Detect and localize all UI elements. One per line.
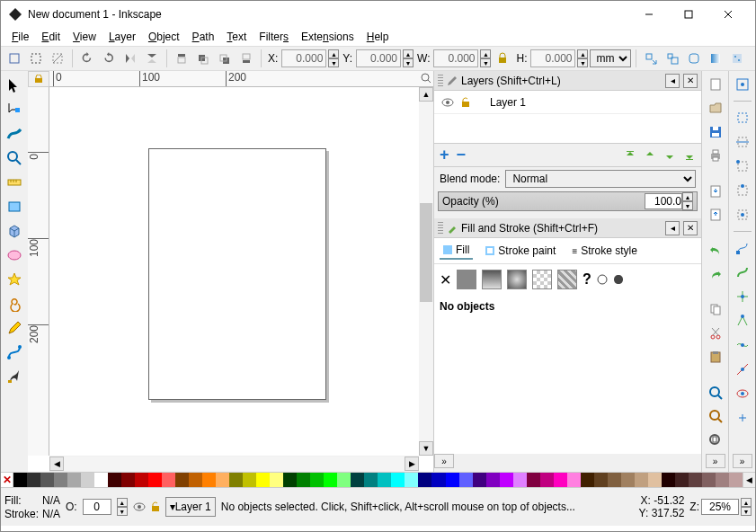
palette-swatch[interactable] xyxy=(94,473,108,487)
fillstroke-panel-header[interactable]: Fill and Stroke (Shift+Ctrl+F) ◂ ✕ xyxy=(434,218,701,238)
palette-swatch[interactable] xyxy=(662,473,675,487)
menu-extensions[interactable]: Extensions xyxy=(296,30,360,44)
lock-aspect-icon[interactable] xyxy=(493,49,512,68)
palette-swatch[interactable] xyxy=(256,473,270,487)
layer-bottom-icon[interactable] xyxy=(683,149,696,162)
vertical-scrollbar[interactable]: ▲ ▼ xyxy=(419,87,433,456)
scroll-right-icon[interactable]: ▶ xyxy=(405,457,419,471)
select-all-layers-icon[interactable] xyxy=(4,49,24,68)
palette-swatch[interactable] xyxy=(310,473,324,487)
x-down[interactable]: ▼ xyxy=(328,58,339,67)
print-doc-icon[interactable] xyxy=(706,146,725,166)
palette-swatch[interactable] xyxy=(135,473,148,487)
palette-swatch[interactable] xyxy=(378,473,391,487)
snap-intersection-icon[interactable] xyxy=(733,287,752,306)
palette-swatch[interactable] xyxy=(675,473,689,487)
snap-bbox-center-icon[interactable] xyxy=(733,205,752,225)
palette-swatch[interactable] xyxy=(635,473,648,487)
add-layer-button[interactable]: + xyxy=(440,146,449,164)
scroll-up-icon[interactable]: ▲ xyxy=(419,87,433,102)
palette-swatch[interactable] xyxy=(81,473,94,487)
pencil-tool-icon[interactable] xyxy=(4,317,25,339)
scroll-left-icon[interactable]: ◀ xyxy=(49,457,64,471)
w-up[interactable]: ▲ xyxy=(480,49,491,58)
palette-swatch[interactable] xyxy=(486,473,500,487)
rectangle-tool-icon[interactable] xyxy=(4,196,25,217)
node-tool-icon[interactable] xyxy=(4,99,25,120)
status-fill-value[interactable]: N/A xyxy=(42,494,60,507)
h-input[interactable] xyxy=(530,49,575,67)
copy-icon[interactable] xyxy=(706,300,725,320)
palette-swatch[interactable] xyxy=(216,473,229,487)
snap-bbox-midpoint-icon[interactable] xyxy=(733,181,752,200)
status-opacity-input[interactable] xyxy=(83,499,111,515)
w-down[interactable]: ▼ xyxy=(480,58,491,67)
palette-swatch[interactable] xyxy=(554,473,567,487)
palette-swatch[interactable] xyxy=(702,473,716,487)
snap-path-icon[interactable] xyxy=(733,262,752,282)
snap-overflow-icon[interactable]: » xyxy=(733,454,752,468)
redo-icon[interactable] xyxy=(706,264,725,284)
tweak-tool-icon[interactable] xyxy=(4,123,25,145)
select-all-icon[interactable] xyxy=(26,49,46,68)
horizontal-scrollbar[interactable]: ◀ ▶ xyxy=(49,456,419,472)
h-down[interactable]: ▼ xyxy=(577,58,588,67)
palette-swatch[interactable] xyxy=(13,473,27,487)
rotate-ccw-icon[interactable] xyxy=(77,49,97,68)
palette-swatch[interactable] xyxy=(405,473,418,487)
y-input[interactable] xyxy=(356,49,401,67)
scroll-down-icon[interactable]: ▼ xyxy=(419,441,433,456)
palette-swatch[interactable] xyxy=(108,473,121,487)
status-layer-indicator[interactable]: ▾Layer 1 xyxy=(165,497,216,517)
palette-swatch[interactable] xyxy=(689,473,702,487)
h-up[interactable]: ▲ xyxy=(577,49,588,58)
snap-smooth-icon[interactable] xyxy=(733,335,752,355)
panel-close-button[interactable]: ✕ xyxy=(683,221,698,235)
save-doc-icon[interactable] xyxy=(706,122,725,142)
new-doc-icon[interactable] xyxy=(706,75,725,94)
spiral-tool-icon[interactable] xyxy=(4,293,25,315)
menu-text[interactable]: Text xyxy=(221,30,252,44)
3dbox-tool-icon[interactable] xyxy=(4,220,25,242)
lower-icon[interactable] xyxy=(215,49,235,68)
tab-stroke-paint[interactable]: Stroke paint xyxy=(482,242,559,260)
menu-file[interactable]: File xyxy=(6,30,34,44)
raise-top-icon[interactable] xyxy=(172,49,191,68)
snap-object-center-icon[interactable] xyxy=(733,384,752,403)
palette-swatch[interactable] xyxy=(500,473,513,487)
menu-layer[interactable]: Layer xyxy=(103,30,141,44)
palette-menu-icon[interactable]: ◀ xyxy=(743,473,755,487)
palette-swatch[interactable] xyxy=(459,473,473,487)
opacity-input[interactable] xyxy=(645,193,682,209)
palette-swatch[interactable] xyxy=(527,473,540,487)
palette-swatch[interactable] xyxy=(243,473,256,487)
palette-swatch[interactable] xyxy=(148,473,162,487)
bezier-tool-icon[interactable] xyxy=(4,341,25,363)
calligraphy-tool-icon[interactable] xyxy=(4,366,25,387)
snap-bbox-icon[interactable] xyxy=(733,108,752,128)
menu-view[interactable]: View xyxy=(67,30,102,44)
x-input[interactable] xyxy=(281,49,326,67)
affect-corners-icon[interactable] xyxy=(684,49,704,68)
blend-mode-select[interactable]: Normal xyxy=(505,170,696,188)
palette-swatch[interactable] xyxy=(391,473,405,487)
paint-swatch-icon[interactable] xyxy=(557,270,577,289)
maximize-button[interactable] xyxy=(669,1,708,28)
zoom-in[interactable]: ▲ xyxy=(741,498,752,507)
palette-swatch[interactable] xyxy=(594,473,608,487)
paint-unknown-icon[interactable]: ? xyxy=(583,271,591,288)
lower-bottom-icon[interactable] xyxy=(236,49,256,68)
palette-swatch[interactable] xyxy=(608,473,621,487)
flip-vertical-icon[interactable] xyxy=(142,49,162,68)
paint-pattern-icon[interactable] xyxy=(532,270,552,289)
ruler-lock-icon[interactable] xyxy=(28,71,49,87)
palette-swatch[interactable] xyxy=(175,473,189,487)
layers-panel-header[interactable]: Layers (Shift+Ctrl+L) ◂ ✕ xyxy=(434,71,701,91)
palette-swatch[interactable] xyxy=(162,473,175,487)
star-tool-icon[interactable] xyxy=(4,269,25,290)
snap-cusp-icon[interactable] xyxy=(733,311,752,331)
snap-rotation-center-icon[interactable] xyxy=(733,408,752,428)
paste-icon[interactable] xyxy=(706,348,725,368)
tab-stroke-style[interactable]: ≡Stroke style xyxy=(568,242,641,260)
ruler-vertical[interactable]: 0 100 200 xyxy=(28,87,49,456)
